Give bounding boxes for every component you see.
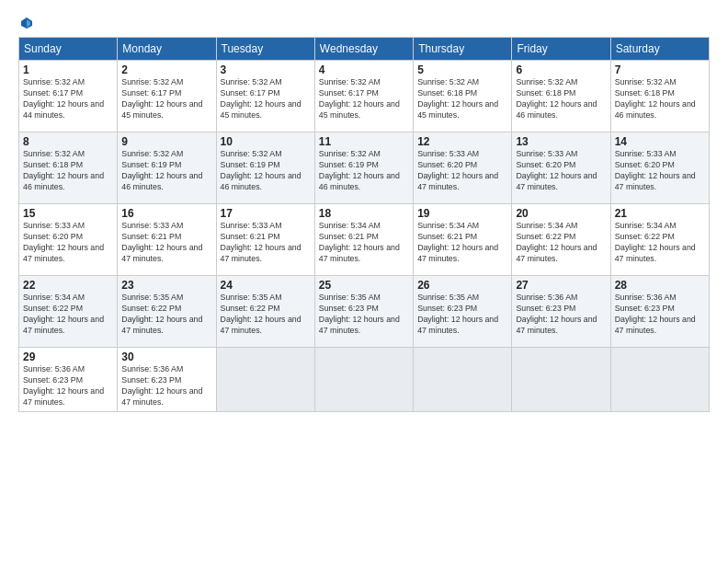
- day-detail: Sunrise: 5:33 AM Sunset: 6:20 PM Dayligh…: [516, 149, 606, 193]
- day-number: 17: [221, 207, 311, 220]
- day-detail: Sunrise: 5:35 AM Sunset: 6:23 PM Dayligh…: [417, 293, 507, 337]
- day-number: 7: [615, 63, 705, 76]
- day-number: 14: [615, 135, 705, 148]
- weekday-header: Wednesday: [314, 38, 413, 61]
- calendar-cell: 3 Sunrise: 5:32 AM Sunset: 6:17 PM Dayli…: [216, 61, 314, 132]
- day-detail: Sunrise: 5:32 AM Sunset: 6:18 PM Dayligh…: [615, 77, 705, 121]
- day-number: 19: [417, 207, 507, 220]
- day-detail: Sunrise: 5:36 AM Sunset: 6:23 PM Dayligh…: [121, 364, 211, 408]
- day-number: 9: [121, 135, 211, 148]
- day-number: 13: [516, 135, 606, 148]
- logo-icon: [20, 17, 33, 29]
- calendar-cell: 30 Sunrise: 5:36 AM Sunset: 6:23 PM Dayl…: [118, 348, 216, 412]
- page: SundayMondayTuesdayWednesdayThursdayFrid…: [0, 0, 728, 563]
- day-detail: Sunrise: 5:32 AM Sunset: 6:18 PM Dayligh…: [516, 77, 606, 121]
- day-detail: Sunrise: 5:32 AM Sunset: 6:18 PM Dayligh…: [23, 149, 113, 193]
- day-number: 21: [615, 207, 705, 220]
- calendar-cell: 21 Sunrise: 5:34 AM Sunset: 6:22 PM Dayl…: [610, 204, 709, 276]
- day-detail: Sunrise: 5:34 AM Sunset: 6:22 PM Dayligh…: [23, 293, 113, 337]
- calendar-cell: [610, 348, 709, 412]
- weekday-header: Tuesday: [216, 38, 314, 61]
- calendar-cell: 16 Sunrise: 5:33 AM Sunset: 6:21 PM Dayl…: [118, 204, 216, 276]
- calendar-cell: 2 Sunrise: 5:32 AM Sunset: 6:17 PM Dayli…: [118, 61, 216, 132]
- day-detail: Sunrise: 5:34 AM Sunset: 6:21 PM Dayligh…: [417, 221, 507, 265]
- day-number: 16: [121, 207, 211, 220]
- day-detail: Sunrise: 5:35 AM Sunset: 6:23 PM Dayligh…: [319, 293, 409, 337]
- day-number: 20: [516, 207, 606, 220]
- weekday-header: Thursday: [414, 38, 512, 61]
- day-number: 25: [319, 279, 409, 292]
- weekday-header: Monday: [118, 38, 216, 61]
- calendar-cell: 6 Sunrise: 5:32 AM Sunset: 6:18 PM Dayli…: [512, 61, 610, 132]
- day-detail: Sunrise: 5:33 AM Sunset: 6:21 PM Dayligh…: [121, 221, 211, 265]
- calendar-cell: 22 Sunrise: 5:34 AM Sunset: 6:22 PM Dayl…: [19, 276, 118, 348]
- day-detail: Sunrise: 5:32 AM Sunset: 6:19 PM Dayligh…: [221, 149, 311, 193]
- day-detail: Sunrise: 5:35 AM Sunset: 6:22 PM Dayligh…: [221, 293, 311, 337]
- calendar-table: SundayMondayTuesdayWednesdayThursdayFrid…: [18, 37, 710, 412]
- calendar-cell: 17 Sunrise: 5:33 AM Sunset: 6:21 PM Dayl…: [216, 204, 314, 276]
- day-number: 10: [221, 135, 311, 148]
- day-number: 28: [615, 279, 705, 292]
- day-number: 26: [417, 279, 507, 292]
- logo: [18, 17, 33, 29]
- calendar-cell: 14 Sunrise: 5:33 AM Sunset: 6:20 PM Dayl…: [610, 132, 709, 204]
- weekday-header: Saturday: [610, 38, 709, 61]
- day-number: 18: [319, 207, 409, 220]
- calendar-cell: 4 Sunrise: 5:32 AM Sunset: 6:17 PM Dayli…: [314, 61, 413, 132]
- day-number: 12: [417, 135, 507, 148]
- calendar-cell: 27 Sunrise: 5:36 AM Sunset: 6:23 PM Dayl…: [512, 276, 610, 348]
- day-number: 5: [417, 63, 507, 76]
- calendar-cell: 24 Sunrise: 5:35 AM Sunset: 6:22 PM Dayl…: [216, 276, 314, 348]
- day-detail: Sunrise: 5:34 AM Sunset: 6:21 PM Dayligh…: [319, 221, 409, 265]
- calendar-cell: 28 Sunrise: 5:36 AM Sunset: 6:23 PM Dayl…: [610, 276, 709, 348]
- day-number: 24: [221, 279, 311, 292]
- header: [18, 17, 710, 29]
- calendar-cell: [512, 348, 610, 412]
- calendar-cell: 13 Sunrise: 5:33 AM Sunset: 6:20 PM Dayl…: [512, 132, 610, 204]
- calendar-cell: 10 Sunrise: 5:32 AM Sunset: 6:19 PM Dayl…: [216, 132, 314, 204]
- day-detail: Sunrise: 5:36 AM Sunset: 6:23 PM Dayligh…: [23, 364, 113, 408]
- weekday-header: Sunday: [19, 38, 118, 61]
- day-detail: Sunrise: 5:33 AM Sunset: 6:20 PM Dayligh…: [23, 221, 113, 265]
- calendar-cell: 15 Sunrise: 5:33 AM Sunset: 6:20 PM Dayl…: [19, 204, 118, 276]
- day-detail: Sunrise: 5:34 AM Sunset: 6:22 PM Dayligh…: [615, 221, 705, 265]
- day-number: 27: [516, 279, 606, 292]
- day-detail: Sunrise: 5:35 AM Sunset: 6:22 PM Dayligh…: [121, 293, 211, 337]
- day-number: 11: [319, 135, 409, 148]
- day-detail: Sunrise: 5:32 AM Sunset: 6:19 PM Dayligh…: [319, 149, 409, 193]
- day-detail: Sunrise: 5:33 AM Sunset: 6:21 PM Dayligh…: [221, 221, 311, 265]
- calendar-cell: 12 Sunrise: 5:33 AM Sunset: 6:20 PM Dayl…: [414, 132, 512, 204]
- calendar-cell: 29 Sunrise: 5:36 AM Sunset: 6:23 PM Dayl…: [19, 348, 118, 412]
- day-number: 23: [121, 279, 211, 292]
- weekday-header: Friday: [512, 38, 610, 61]
- day-detail: Sunrise: 5:32 AM Sunset: 6:17 PM Dayligh…: [319, 77, 409, 121]
- calendar-cell: 23 Sunrise: 5:35 AM Sunset: 6:22 PM Dayl…: [118, 276, 216, 348]
- day-number: 3: [221, 63, 311, 76]
- calendar-cell: [216, 348, 314, 412]
- calendar-cell: 9 Sunrise: 5:32 AM Sunset: 6:19 PM Dayli…: [118, 132, 216, 204]
- day-detail: Sunrise: 5:32 AM Sunset: 6:17 PM Dayligh…: [23, 77, 113, 121]
- day-number: 2: [121, 63, 211, 76]
- day-detail: Sunrise: 5:32 AM Sunset: 6:19 PM Dayligh…: [121, 149, 211, 193]
- day-number: 6: [516, 63, 606, 76]
- calendar-cell: [414, 348, 512, 412]
- day-detail: Sunrise: 5:36 AM Sunset: 6:23 PM Dayligh…: [516, 293, 606, 337]
- day-number: 30: [121, 350, 211, 363]
- calendar-cell: 7 Sunrise: 5:32 AM Sunset: 6:18 PM Dayli…: [610, 61, 709, 132]
- calendar-cell: 20 Sunrise: 5:34 AM Sunset: 6:22 PM Dayl…: [512, 204, 610, 276]
- day-number: 29: [23, 350, 113, 363]
- day-detail: Sunrise: 5:32 AM Sunset: 6:18 PM Dayligh…: [417, 77, 507, 121]
- day-detail: Sunrise: 5:33 AM Sunset: 6:20 PM Dayligh…: [615, 149, 705, 193]
- calendar-cell: 11 Sunrise: 5:32 AM Sunset: 6:19 PM Dayl…: [314, 132, 413, 204]
- day-number: 8: [23, 135, 113, 148]
- day-number: 4: [319, 63, 409, 76]
- calendar-cell: 26 Sunrise: 5:35 AM Sunset: 6:23 PM Dayl…: [414, 276, 512, 348]
- day-number: 22: [23, 279, 113, 292]
- day-detail: Sunrise: 5:32 AM Sunset: 6:17 PM Dayligh…: [221, 77, 311, 121]
- calendar-cell: 5 Sunrise: 5:32 AM Sunset: 6:18 PM Dayli…: [414, 61, 512, 132]
- calendar-cell: 19 Sunrise: 5:34 AM Sunset: 6:21 PM Dayl…: [414, 204, 512, 276]
- day-detail: Sunrise: 5:34 AM Sunset: 6:22 PM Dayligh…: [516, 221, 606, 265]
- day-number: 1: [23, 63, 113, 76]
- day-number: 15: [23, 207, 113, 220]
- calendar-cell: 1 Sunrise: 5:32 AM Sunset: 6:17 PM Dayli…: [19, 61, 118, 132]
